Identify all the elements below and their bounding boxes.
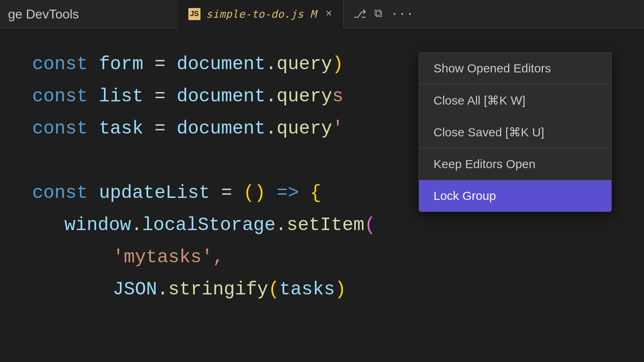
tab-bar: ge DevTools JS simple-to-do.js M × ⎇ ⧉ ·… <box>0 0 644 28</box>
trailing-code: s <box>332 80 343 113</box>
keyword: const <box>32 113 88 145</box>
identifier: form <box>99 48 143 80</box>
code-line-6: 'mytasks', <box>0 241 644 274</box>
paren: ) <box>254 177 266 209</box>
paren: ) <box>335 274 346 306</box>
editor-tab[interactable]: JS simple-to-do.js M × <box>177 0 344 28</box>
method-call: stringify <box>168 274 268 306</box>
code-line-7: JSON . stringify ( tasks ) <box>0 274 644 306</box>
keyword: const <box>32 177 88 209</box>
devtools-label: ge DevTools <box>0 0 79 28</box>
menu-item-close-saved[interactable]: Close Saved [⌘K U] <box>419 116 611 148</box>
paren: ( <box>268 274 279 306</box>
method-call: query <box>277 48 332 80</box>
source-control-icon[interactable]: ⎇ <box>353 7 366 21</box>
identifier: localStorage <box>142 209 275 241</box>
identifier: window <box>64 209 131 241</box>
arrow: => <box>277 177 299 209</box>
split-editor-icon[interactable]: ⧉ <box>374 8 382 20</box>
identifier: JSON <box>113 274 157 306</box>
string-literal: 'mytasks', <box>113 241 224 274</box>
more-actions-button[interactable]: ··· <box>390 6 414 21</box>
tab-close-button[interactable]: × <box>326 8 332 20</box>
identifier: updateList <box>99 177 210 209</box>
code-line-5: window . localStorage . setIt em ( <box>0 209 644 241</box>
paren: ( <box>364 209 376 241</box>
tab-filename: simple-to-do.js M <box>206 8 317 20</box>
keyword: const <box>32 80 88 113</box>
identifier: task <box>99 113 143 145</box>
menu-item-show-opened-editors[interactable]: Show Opened Editors <box>419 53 611 84</box>
menu-item-lock-group[interactable]: Lock Group <box>419 180 611 212</box>
brace: { <box>310 177 321 209</box>
identifier: document <box>177 80 266 113</box>
identifier: tasks <box>279 274 335 306</box>
trailing-code: ' <box>332 113 343 145</box>
menu-item-close-all[interactable]: Close All [⌘K W] <box>419 84 611 116</box>
tab-action-icons: ⎇ ⧉ ··· <box>353 6 414 21</box>
context-menu: Show Opened Editors Close All [⌘K W] Clo… <box>419 52 612 212</box>
menu-item-keep-editors-open[interactable]: Keep Editors Open <box>419 148 611 180</box>
trailing-code: ) <box>332 48 343 80</box>
keyword: const <box>32 48 88 80</box>
method-call-cont: em <box>342 209 364 241</box>
identifier: list <box>99 80 143 113</box>
js-file-icon: JS <box>188 8 200 20</box>
method-call: query <box>277 113 332 145</box>
paren: ( <box>244 177 255 209</box>
identifier: document <box>177 113 266 145</box>
method-call: query <box>277 80 332 113</box>
identifier: document <box>177 48 266 80</box>
method-call: setIt <box>287 209 342 241</box>
